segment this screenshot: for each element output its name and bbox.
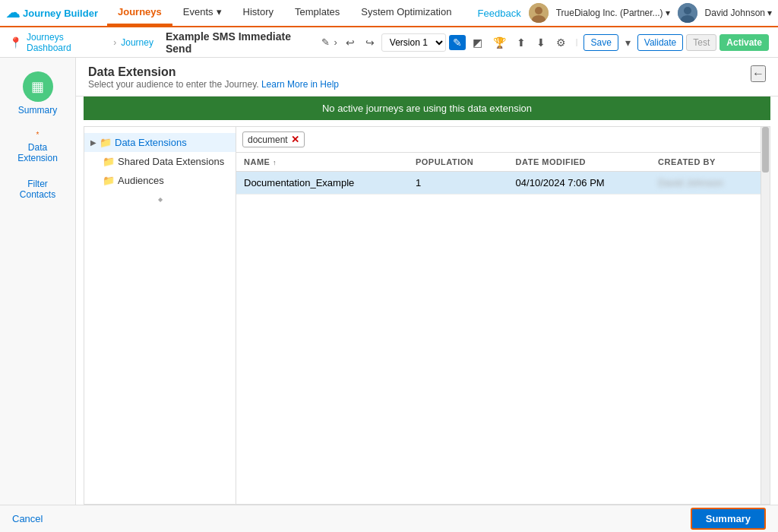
panel-header-text: Data Extension Select your audience to e… — [88, 65, 339, 90]
content-area: Data Extension Select your audience to e… — [76, 58, 778, 505]
summary-label: Summary — [18, 105, 57, 116]
col-name[interactable]: NAME ↑ — [236, 153, 408, 172]
sidebar-item-data-extension[interactable]: * DataExtension — [4, 125, 72, 169]
cell-population: 1 — [408, 172, 508, 195]
org-selector[interactable]: TrueDialog Inc. (Partner...) ▾ — [556, 8, 670, 18]
svg-point-1 — [535, 7, 542, 14]
export-button[interactable]: ⬆ — [513, 35, 530, 50]
sidebar-item-summary[interactable]: ▦ Summary — [4, 65, 72, 122]
folder-icon: 📁 — [103, 175, 115, 186]
edit-icon[interactable]: ✎ — [321, 36, 330, 48]
required-indicator: * — [36, 131, 40, 139]
pin-icon: 📍 — [9, 36, 22, 49]
alert-bar: No active journeys are using this data e… — [84, 97, 770, 120]
data-table: NAME ↑ POPULATION DATE MODIFIED — [236, 153, 761, 504]
summary-icon: ▦ — [23, 71, 53, 102]
filter-contacts-label: FilterContacts — [20, 179, 55, 200]
breadcrumb-actions: ↩ ↪ Version 1 ✎ ◩ 🏆 ⬆ ⬇ ⚙ | Save ▾ Valid… — [342, 33, 769, 52]
scrollbar-thumb[interactable] — [762, 127, 769, 173]
edit-mode-button[interactable]: ✎ — [449, 35, 466, 50]
remove-search-tag-button[interactable]: ✕ — [291, 134, 299, 145]
left-sidebar: ▦ Summary * DataExtension FilterContacts — [0, 58, 76, 505]
svg-point-4 — [684, 7, 691, 14]
view-button[interactable]: ◩ — [469, 35, 486, 50]
table-area: document ✕ NAME ↑ — [236, 127, 761, 504]
folder-tree: ▶ 📁 Data Extensions 📁 Shared Data Extens… — [84, 127, 236, 504]
chevron-down-icon: ▾ — [767, 8, 772, 18]
nav-tab-system[interactable]: System Optimization — [350, 0, 462, 26]
user-menu[interactable]: David Johnson ▾ — [705, 8, 772, 18]
col-population[interactable]: POPULATION — [408, 153, 508, 172]
avatar — [529, 3, 549, 23]
settings-button[interactable]: ⚙ — [552, 35, 570, 50]
top-nav: ☁ Journey Builder Journeys Events ▾ Hist… — [0, 0, 778, 27]
divider: | — [576, 38, 578, 46]
chevron-right-icon: › — [334, 36, 337, 48]
breadcrumb-dashboard[interactable]: Journeys Dashboard — [27, 32, 109, 53]
cell-name: Documentation_Example — [236, 172, 408, 195]
chevron-down-icon: ▾ — [666, 8, 670, 18]
app-logo[interactable]: ☁ Journey Builder — [6, 5, 98, 21]
sidebar-item-filter-contacts[interactable]: FilterContacts — [4, 173, 72, 206]
tree-item-audiences[interactable]: 📁 Audiences — [84, 171, 236, 190]
nav-tab-journeys[interactable]: Journeys — [107, 0, 172, 26]
breadcrumb-sep: › — [113, 37, 116, 48]
nav-right: Feedback TrueDialog Inc. (Partner...) ▾ … — [478, 3, 772, 23]
sort-icon: ↑ — [273, 159, 277, 166]
journey-title-row: Journeys Dashboard › Journey Example SMS… — [27, 30, 337, 55]
bottom-bar: Cancel Summary — [0, 505, 778, 532]
nav-tabs: Journeys Events ▾ History Templates Syst… — [107, 0, 462, 26]
journey-title: Example SMS Immediate Send — [166, 30, 317, 55]
undo-button[interactable]: ↩ — [342, 35, 359, 50]
test-button[interactable]: Test — [686, 34, 716, 51]
feedback-link[interactable]: Feedback — [478, 8, 521, 19]
search-tag: document ✕ — [242, 131, 305, 147]
save-button[interactable]: Save — [584, 34, 618, 51]
user-avatar — [678, 3, 697, 23]
data-extension-label: DataExtension — [17, 142, 58, 163]
cloud-icon: ☁ — [6, 5, 20, 21]
folder-icon: 📁 — [100, 137, 112, 148]
nav-tab-history[interactable]: History — [232, 0, 284, 26]
cell-created-by: David Johnson — [650, 172, 761, 195]
version-select[interactable]: Version 1 — [381, 33, 446, 52]
folder-icon: 📁 — [103, 156, 115, 167]
tree-item-shared-data-extensions[interactable]: 📁 Shared Data Extensions — [84, 152, 236, 171]
redo-button[interactable]: ↪ — [362, 35, 378, 50]
import-button[interactable]: ⬇ — [533, 35, 549, 50]
trophy-button[interactable]: 🏆 — [489, 35, 510, 50]
summary-button[interactable]: Summary — [691, 508, 766, 530]
tree-item-data-extensions[interactable]: ▶ 📁 Data Extensions — [84, 133, 236, 152]
nav-tab-templates[interactable]: Templates — [284, 0, 350, 26]
save-arrow-button[interactable]: ▾ — [621, 35, 634, 50]
validate-button[interactable]: Validate — [637, 34, 683, 51]
data-ext-panel: ▶ 📁 Data Extensions 📁 Shared Data Extens… — [84, 126, 770, 505]
col-date-modified[interactable]: DATE MODIFIED — [508, 153, 650, 172]
scrollbar-rail[interactable] — [761, 127, 770, 504]
breadcrumb-bar: 📍 Journeys Dashboard › Journey Example S… — [0, 27, 778, 58]
chevron-down-icon: ▾ — [217, 6, 222, 17]
cancel-button[interactable]: Cancel — [12, 513, 43, 524]
panel-subtitle: Select your audience to enter the Journe… — [88, 79, 339, 90]
search-bar: document ✕ — [236, 127, 761, 153]
activate-button[interactable]: Activate — [719, 34, 769, 51]
cell-date-modified: 04/10/2024 7:06 PM — [508, 172, 650, 195]
chevron-right-icon: ▶ — [90, 138, 96, 147]
back-arrow-button[interactable]: ← — [751, 65, 766, 82]
table-row[interactable]: Documentation_Example 1 04/10/2024 7:06 … — [236, 172, 761, 195]
panel-title: Data Extension — [88, 65, 339, 79]
panel-header: Data Extension Select your audience to e… — [76, 58, 778, 97]
breadcrumb-journey[interactable]: Journey — [121, 37, 153, 48]
learn-more-link[interactable]: Learn More in Help — [261, 79, 339, 90]
search-tag-text: document — [248, 135, 288, 145]
app-name: Journey Builder — [23, 8, 98, 19]
main-layout: ▦ Summary * DataExtension FilterContacts… — [0, 58, 778, 505]
col-created-by[interactable]: CREATED BY — [650, 153, 761, 172]
nav-tab-events[interactable]: Events ▾ — [172, 0, 232, 26]
